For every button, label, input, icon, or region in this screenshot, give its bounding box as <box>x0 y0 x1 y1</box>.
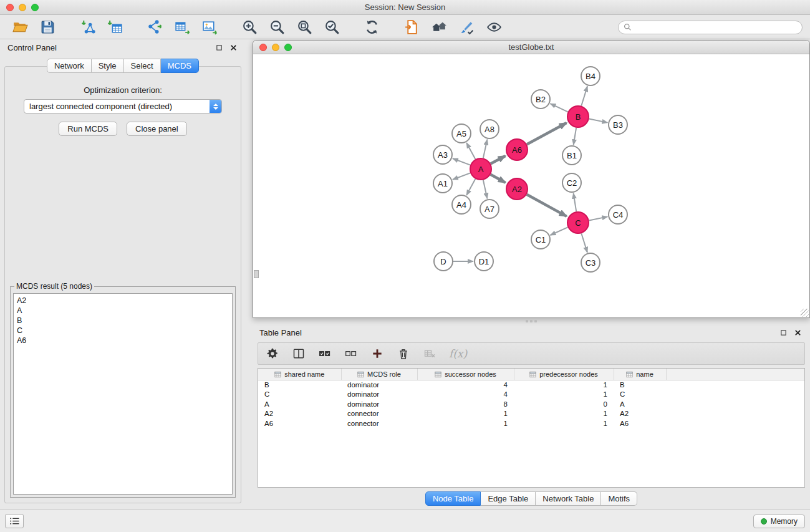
node-B4[interactable]: B4 <box>581 67 600 85</box>
network-window-resize-grip[interactable] <box>801 309 809 317</box>
float-panel-icon[interactable] <box>216 44 223 51</box>
node-A2[interactable]: A2 <box>506 178 528 200</box>
table-cell[interactable]: C <box>614 390 666 400</box>
edge-B-B4[interactable] <box>581 86 587 106</box>
select-all-columns-button[interactable] <box>318 347 332 360</box>
edge-A-A2[interactable] <box>491 175 506 183</box>
close-panel-button[interactable]: Close panel <box>127 122 187 136</box>
column-header-MCDS-role[interactable]: MCDS role <box>341 369 417 380</box>
node-A7[interactable]: A7 <box>480 200 499 218</box>
mcds-result-item[interactable]: A <box>17 306 229 316</box>
edge-C-C1[interactable] <box>551 227 568 235</box>
table-cell[interactable]: connector <box>341 409 417 419</box>
table-cell[interactable]: 8 <box>417 399 514 409</box>
home-layout-button[interactable] <box>427 17 451 37</box>
close-table-panel-icon[interactable] <box>794 329 801 336</box>
close-panel-icon[interactable] <box>230 44 237 51</box>
table-row[interactable]: Bdominator41B <box>258 380 804 390</box>
mcds-result-item[interactable]: A6 <box>17 336 229 346</box>
column-header-predecessor-nodes[interactable]: predecessor nodes <box>514 369 614 380</box>
column-header-name[interactable]: name <box>614 369 666 380</box>
node-A3[interactable]: A3 <box>433 145 452 164</box>
zoom-out-button[interactable] <box>264 17 289 37</box>
minimize-window-button[interactable] <box>19 4 26 11</box>
node-D1[interactable]: D1 <box>475 252 493 271</box>
refresh-layout-button[interactable] <box>359 17 384 37</box>
table-cell[interactable]: A6 <box>258 418 341 428</box>
edge-A2-C[interactable] <box>527 195 567 216</box>
node-A8[interactable]: A8 <box>480 120 499 138</box>
table-cell[interactable]: dominator <box>341 390 417 400</box>
zoom-in-button[interactable] <box>237 17 262 37</box>
zoom-fit-button[interactable] <box>292 17 317 37</box>
edge-B-B1[interactable] <box>574 128 576 145</box>
edge-A-A5[interactable] <box>466 143 475 159</box>
table-cell[interactable]: 0 <box>514 399 614 409</box>
tab-select[interactable]: Select <box>124 59 161 73</box>
node-A5[interactable]: A5 <box>452 124 471 143</box>
dropdown-stepper-icon[interactable] <box>210 100 221 113</box>
run-mcds-button[interactable]: Run MCDS <box>59 122 117 136</box>
edge-C-C3[interactable] <box>581 233 587 253</box>
float-table-panel-icon[interactable] <box>780 329 787 336</box>
node-C3[interactable]: C3 <box>581 253 600 272</box>
table-cell[interactable]: 1 <box>514 409 614 419</box>
zoom-window-button[interactable] <box>31 4 39 11</box>
tab-style[interactable]: Style <box>92 59 124 73</box>
table-cell[interactable]: 1 <box>514 390 614 400</box>
node-A6[interactable]: A6 <box>506 139 528 160</box>
column-header-successor-nodes[interactable]: successor nodes <box>417 369 514 380</box>
edge-A-A6[interactable] <box>491 156 506 164</box>
table-cell[interactable]: dominator <box>341 399 417 409</box>
mcds-result-item[interactable]: A2 <box>17 296 229 306</box>
edge-C-C2[interactable] <box>574 193 577 211</box>
edge-C-C4[interactable] <box>589 216 608 220</box>
table-cell[interactable]: 4 <box>417 390 514 400</box>
tab-node-table[interactable]: Node Table <box>425 491 481 506</box>
close-window-button[interactable] <box>6 4 14 11</box>
table-cell[interactable]: C <box>258 390 341 400</box>
function-builder-button[interactable]: f(x) <box>449 347 467 360</box>
create-column-button[interactable] <box>370 347 384 360</box>
export-table-button[interactable] <box>170 17 195 37</box>
zoom-selected-button[interactable] <box>319 17 344 37</box>
node-A[interactable]: A <box>470 158 491 180</box>
table-cell[interactable]: connector <box>341 418 417 428</box>
criterion-dropdown[interactable]: largest connected component (directed) <box>24 99 222 114</box>
table-row[interactable]: Adominator80A <box>258 399 804 409</box>
table-cell[interactable]: B <box>614 380 666 390</box>
node-A4[interactable]: A4 <box>452 195 471 214</box>
table-cell[interactable]: A <box>614 399 666 409</box>
import-network-button[interactable] <box>75 17 100 37</box>
overview-splitter-grip[interactable] <box>254 270 259 278</box>
edge-A-A4[interactable] <box>466 179 475 195</box>
mcds-result-item[interactable]: B <box>17 316 229 326</box>
table-cell[interactable]: A2 <box>614 409 666 419</box>
first-neighbors-button[interactable] <box>399 17 424 37</box>
tab-mcds[interactable]: MCDS <box>161 59 199 73</box>
network-canvas[interactable]: B4B2BB3A5A8A6B1A3AC2A1A2A4A7C4CC1C3DD1 <box>253 55 809 317</box>
tab-motifs[interactable]: Motifs <box>601 491 637 506</box>
apply-style-button[interactable] <box>454 17 479 37</box>
table-row[interactable]: Cdominator41C <box>258 390 804 400</box>
table-cell[interactable]: 4 <box>417 380 514 390</box>
edge-A-A3[interactable] <box>453 158 470 165</box>
edge-A-A8[interactable] <box>483 140 488 158</box>
tab-network-table[interactable]: Network Table <box>536 491 601 506</box>
close-network-window-button[interactable] <box>259 44 267 51</box>
table-cell[interactable]: 1 <box>417 409 514 419</box>
tab-edge-table[interactable]: Edge Table <box>481 491 536 506</box>
export-network-button[interactable] <box>142 17 167 37</box>
table-cell[interactable]: A2 <box>258 409 341 419</box>
search-field[interactable] <box>618 21 803 34</box>
table-settings-button[interactable] <box>266 347 279 360</box>
node-C[interactable]: C <box>567 212 589 233</box>
unselect-all-columns-button[interactable] <box>344 347 358 360</box>
edge-A-A1[interactable] <box>453 173 470 180</box>
node-C2[interactable]: C2 <box>562 173 581 192</box>
column-header-shared-name[interactable]: shared name <box>258 369 341 380</box>
table-cell[interactable]: dominator <box>341 380 417 390</box>
table-cell[interactable]: 1 <box>514 418 614 428</box>
minimize-network-window-button[interactable] <box>272 44 279 51</box>
node-C1[interactable]: C1 <box>531 230 550 249</box>
